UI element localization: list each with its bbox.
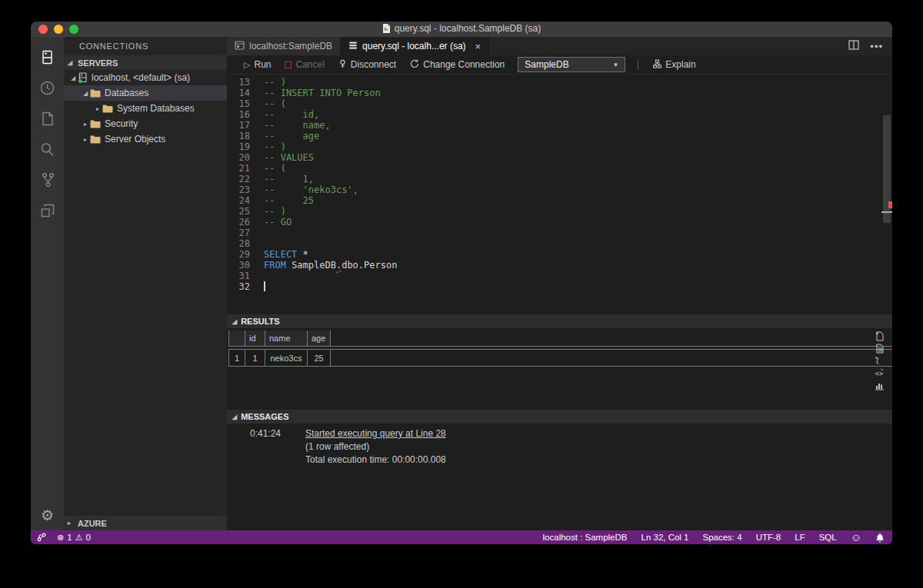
grid-data-row: 11neko3cs25 bbox=[228, 349, 892, 367]
save-as-excel-icon[interactable] bbox=[874, 344, 885, 354]
line-number: 23 bbox=[227, 184, 250, 195]
folder-icon bbox=[90, 120, 101, 128]
cancel-button[interactable]: Cancel bbox=[279, 55, 329, 74]
tree-item-server-objects[interactable]: ▸Server Objects bbox=[64, 131, 227, 147]
tab-localhost-sampledb[interactable]: localhost:SampleDB bbox=[227, 37, 341, 55]
chevron-expanded-icon[interactable]: ◢ bbox=[68, 75, 78, 81]
message-row: 0:41:24Started executing query at Line 2… bbox=[227, 427, 892, 440]
editor-line-31[interactable]: 31 bbox=[227, 271, 892, 281]
code-editor[interactable]: 13-- )14-- INSERT INTO Person15-- (16-- … bbox=[227, 75, 892, 314]
eol-setting[interactable]: LF bbox=[795, 533, 805, 542]
editor-line-22[interactable]: 22-- 1, bbox=[227, 174, 892, 184]
grid-cell-id[interactable]: 1 bbox=[245, 350, 265, 366]
overview-error-marker bbox=[888, 201, 892, 208]
editor-line-17[interactable]: 17-- name, bbox=[227, 120, 892, 131]
results-panel-header[interactable]: ◢ RESULTS bbox=[227, 314, 892, 328]
chevron-expanded-icon: ◢ bbox=[68, 59, 78, 66]
file-icon bbox=[382, 24, 391, 35]
chevron-collapsed-icon[interactable]: ▸ bbox=[93, 105, 102, 112]
cursor-position[interactable]: Ln 32, Col 1 bbox=[641, 533, 689, 542]
change-connection-button[interactable]: Change Connection bbox=[405, 55, 510, 74]
editor-line-28[interactable]: 28 bbox=[227, 238, 892, 249]
tree-item-label: System Databases bbox=[117, 103, 195, 114]
editor-line-16[interactable]: 16-- id, bbox=[227, 109, 892, 120]
servers-section-header[interactable]: ◢ SERVERS bbox=[64, 55, 227, 70]
line-number: 20 bbox=[227, 152, 250, 163]
remote-status-icon[interactable] bbox=[37, 533, 46, 542]
grid-cell-name[interactable]: neko3cs bbox=[265, 350, 308, 366]
explain-button[interactable]: Explain bbox=[648, 55, 701, 74]
encoding-setting[interactable]: UTF-8 bbox=[756, 533, 781, 542]
editor-line-20[interactable]: 20-- VALUES bbox=[227, 152, 892, 163]
feedback-smiley-icon[interactable]: ☺ bbox=[851, 532, 861, 543]
show-chart-icon[interactable] bbox=[874, 380, 885, 390]
editor-line-14[interactable]: 14-- INSERT INTO Person bbox=[227, 88, 892, 98]
notebooks-icon[interactable] bbox=[31, 103, 64, 134]
editor-line-19[interactable]: 19-- ) bbox=[227, 141, 892, 152]
editor-line-21[interactable]: 21-- ( bbox=[227, 163, 892, 174]
grid-column-header-id[interactable]: id bbox=[245, 331, 265, 346]
connection-status[interactable]: localhost : SampleDB bbox=[543, 533, 628, 542]
editor-line-29[interactable]: 29SELECT * bbox=[227, 249, 892, 260]
tab-query-sql[interactable]: query.sql - localh...er (sa) × bbox=[341, 37, 489, 55]
grid-cell-age[interactable]: 25 bbox=[308, 350, 331, 366]
extensions-icon[interactable] bbox=[31, 195, 64, 226]
code-text: -- name, bbox=[250, 120, 331, 131]
settings-gear-icon[interactable]: ⚙ bbox=[31, 501, 64, 529]
editor-line-26[interactable]: 26-- GO bbox=[227, 217, 892, 228]
save-as-csv-icon[interactable] bbox=[874, 331, 885, 341]
tree-item-security[interactable]: ▸Security bbox=[64, 116, 227, 131]
tree-item-databases[interactable]: ◢Databases bbox=[64, 85, 227, 101]
notifications-bell-icon[interactable] bbox=[875, 533, 885, 543]
editor-line-15[interactable]: 15-- ( bbox=[227, 98, 892, 109]
tree-item-label: Server Objects bbox=[105, 134, 165, 145]
grid-column-header-name[interactable]: name bbox=[265, 331, 308, 346]
chevron-collapsed-icon[interactable]: ▸ bbox=[81, 121, 90, 128]
app-window: query.sql - localhost.SampleDB (sa) bbox=[31, 22, 892, 544]
close-tab-icon[interactable]: × bbox=[475, 41, 481, 52]
code-text: -- ) bbox=[250, 77, 286, 88]
code-text bbox=[250, 281, 265, 292]
indentation-setting[interactable]: Spaces: 4 bbox=[703, 533, 742, 542]
chevron-collapsed-icon[interactable]: ▸ bbox=[81, 136, 90, 143]
editor-line-18[interactable]: 18-- age bbox=[227, 131, 892, 141]
grid-column-header-age[interactable]: age bbox=[308, 331, 331, 346]
editor-line-27[interactable]: 27 bbox=[227, 228, 892, 238]
save-as-json-icon[interactable]: { } bbox=[874, 356, 885, 366]
more-actions-icon[interactable]: ••• bbox=[870, 41, 883, 52]
editor-line-13[interactable]: 13-- ) bbox=[227, 77, 892, 88]
code-text: -- GO bbox=[250, 217, 292, 228]
server-icon bbox=[78, 72, 88, 83]
connections-icon[interactable] bbox=[31, 42, 64, 72]
tree-item-localhost-default-sa[interactable]: ◢localhost, <default> (sa) bbox=[64, 70, 227, 85]
message-link[interactable]: Started executing query at Line 28 bbox=[305, 427, 446, 440]
results-export-toolbar: { }<> bbox=[874, 331, 885, 390]
message-row: Total execution time: 00:00:00.008 bbox=[227, 453, 892, 467]
search-icon[interactable] bbox=[31, 134, 64, 164]
tree-item-system-databases[interactable]: ▸System Databases bbox=[64, 101, 227, 116]
editor-line-23[interactable]: 23-- 'neko3cs', bbox=[227, 184, 892, 195]
editor-line-30[interactable]: 30FROM SampleDB.dbo.Person bbox=[227, 260, 892, 271]
minimize-window-button[interactable] bbox=[54, 25, 63, 34]
azure-section-header[interactable]: ▸ AZURE bbox=[64, 516, 227, 530]
editor-line-32[interactable]: 32 bbox=[227, 281, 892, 292]
messages-panel-header[interactable]: ◢ MESSAGES bbox=[227, 410, 892, 424]
run-button[interactable]: ▷ Run bbox=[238, 55, 276, 74]
problems-indicator[interactable]: ⊗ 1 ⚠ 0 bbox=[57, 533, 91, 543]
editor-line-24[interactable]: 24-- 25 bbox=[227, 195, 892, 206]
task-history-icon[interactable] bbox=[31, 72, 64, 103]
grid-corner-cell[interactable] bbox=[228, 331, 245, 346]
disconnect-button[interactable]: Disconnect bbox=[333, 55, 402, 74]
grid-row-number[interactable]: 1 bbox=[228, 350, 245, 366]
editor-line-25[interactable]: 25-- ) bbox=[227, 206, 892, 217]
plug-icon bbox=[338, 59, 347, 71]
close-window-button[interactable] bbox=[38, 25, 48, 34]
zoom-window-button[interactable] bbox=[69, 25, 78, 34]
source-control-icon[interactable] bbox=[31, 164, 64, 195]
database-dropdown[interactable]: SampleDB ▼ bbox=[518, 57, 625, 72]
save-as-xml-icon[interactable]: <> bbox=[874, 368, 885, 378]
split-editor-icon[interactable] bbox=[848, 39, 859, 53]
chevron-expanded-icon[interactable]: ◢ bbox=[81, 90, 90, 97]
query-toolbar: ▷ Run Cancel Disconnect bbox=[227, 55, 892, 75]
language-mode[interactable]: SQL bbox=[819, 533, 837, 542]
